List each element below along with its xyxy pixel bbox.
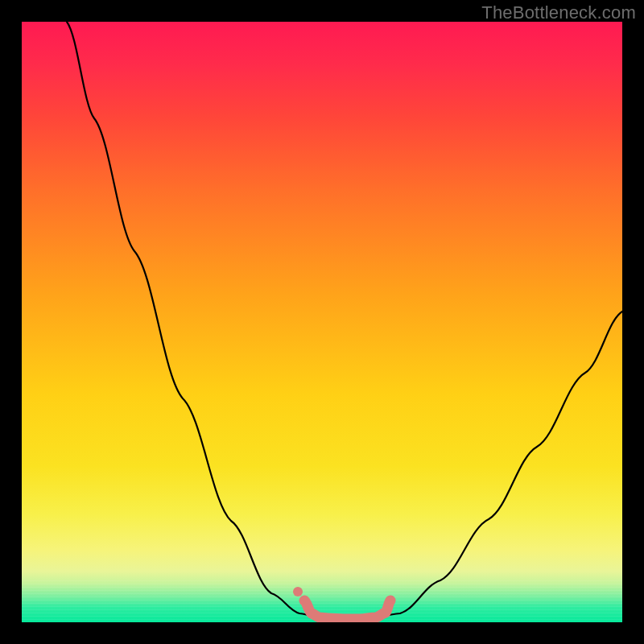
watermark-text: TheBottleneck.com xyxy=(481,2,636,23)
series-curve-right xyxy=(382,312,622,616)
series-flat-band xyxy=(304,601,390,619)
series-flat-dot xyxy=(293,587,303,597)
chart-area xyxy=(22,22,622,622)
bottleneck-curve xyxy=(22,22,622,622)
series-curve-left xyxy=(67,22,313,616)
